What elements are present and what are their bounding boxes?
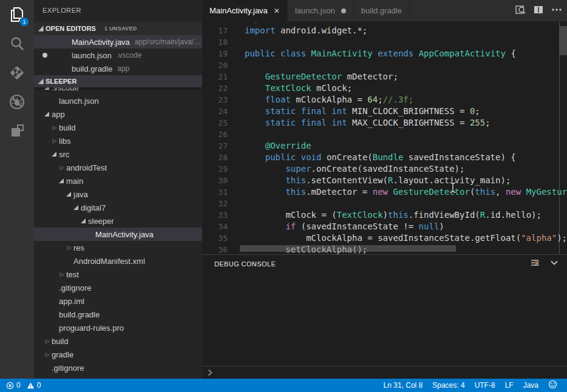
status-item[interactable]: Java [518, 379, 543, 392]
status-item[interactable]: Ln 31, Col 8 [379, 379, 428, 392]
split-editor-button[interactable] [532, 4, 545, 18]
tree-folder-main[interactable]: main [34, 174, 202, 188]
tree-item-label: java [73, 190, 88, 199]
status-item[interactable]: LF [500, 379, 518, 392]
tree-item-label: .gitignore [59, 283, 91, 292]
file-tree: .vscodelaunch.jsonapp▷build▷libssrc▷andr… [34, 87, 202, 379]
file-description: .vscode [117, 51, 141, 59]
open-editor-item[interactable]: launch.json.vscode [34, 49, 202, 62]
horizontal-scrollbar-thumb[interactable] [240, 245, 456, 252]
tree-folder-gradle[interactable]: ▷gradle [34, 348, 202, 361]
tree-item-label: MainActivity.java [95, 230, 154, 239]
status-item[interactable]: Spaces: 4 [427, 379, 469, 392]
tree-item-label: androidTest [66, 163, 107, 172]
tree-file-MainActivity.java[interactable]: MainActivity.java [34, 228, 202, 241]
tree-file-proguard-rules.pro[interactable]: proguard-rules.pro [34, 321, 202, 334]
horizontal-scrollbar[interactable] [240, 245, 559, 252]
mouse-cursor-ibeam-icon [449, 181, 457, 194]
debug-console-input[interactable] [202, 366, 567, 379]
code-editor[interactable]: 16import android.view.GestureDetector;17… [202, 21, 567, 254]
chevron-collapsed-icon: ▷ [59, 272, 65, 277]
warning-count: 0 [37, 381, 41, 390]
tree-file-app.iml[interactable]: app.iml [34, 294, 202, 308]
tree-folder-build[interactable]: ▷build [34, 334, 202, 348]
code-line-20: 20 [202, 59, 567, 71]
open-preview-icon [514, 4, 526, 18]
split-editor-icon [532, 4, 545, 18]
activity-bar-item-debug[interactable] [0, 87, 34, 117]
file-name: launch.json [72, 51, 112, 60]
close-icon[interactable]: ✕ [274, 7, 280, 15]
vertical-scrollbar[interactable] [559, 21, 567, 254]
status-item[interactable]: UTF-8 [470, 379, 500, 392]
chevron-collapsed-icon: ▷ [66, 245, 72, 251]
line-number: 19 [202, 48, 242, 59]
problems-status[interactable]: 0 0 [0, 381, 41, 390]
line-number: 28 [202, 152, 242, 163]
chevron-down-icon [549, 257, 560, 271]
code-line-17: 17import android.widget.*; [202, 25, 567, 36]
tab-build.gradle[interactable]: build.gradle [354, 0, 410, 21]
tab-launch.json[interactable]: launch.json [288, 0, 354, 21]
code-line-27: 27 @Override [202, 140, 567, 152]
tree-folder-digital7[interactable]: digital7 [34, 201, 202, 214]
code-text [242, 129, 245, 140]
open-preview-button[interactable] [514, 4, 527, 18]
more-actions-icon [551, 4, 563, 18]
tree-folder-java[interactable]: java [34, 188, 202, 201]
explorer-sidebar: EXPLORER OPEN EDITORS 1 UNSAVED MainActi… [34, 0, 202, 379]
code-text: TextClock mClock; [242, 83, 352, 94]
open-editors-header[interactable]: OPEN EDITORS 1 UNSAVED [34, 22, 202, 35]
tree-folder-src[interactable]: src [34, 147, 202, 161]
tab-MainActivity.java[interactable]: MainActivity.java✕ [202, 0, 288, 21]
tree-folder-test[interactable]: ▷test [34, 268, 202, 281]
error-circle-icon [6, 382, 14, 390]
code-text: public void onCreate(Bundle savedInstanc… [242, 152, 516, 163]
tree-item-label: test [66, 270, 79, 279]
clear-console-button[interactable] [528, 257, 542, 271]
code-text: @Override [242, 140, 311, 152]
tree-folder-androidTest[interactable]: ▷androidTest [34, 161, 202, 174]
error-count: 0 [16, 381, 21, 390]
panel-header: DEBUG CONSOLE [202, 255, 567, 273]
code-text: if (savedInstanceState != null) [242, 221, 444, 232]
chevron-down-button[interactable] [548, 257, 561, 271]
code-line-34: 34 if (savedInstanceState != null) [202, 221, 567, 232]
tree-item-label: build [52, 337, 68, 346]
workspace-root-header[interactable]: SLEEPER [34, 75, 202, 87]
tree-folder-.vscode[interactable]: .vscode [34, 87, 202, 94]
chevron-collapsed-icon: ▷ [52, 138, 58, 144]
feedback-smiley-button[interactable] [543, 379, 562, 392]
open-editor-item[interactable]: build.gradleapp [34, 62, 202, 75]
chevron-expanded-icon [38, 79, 44, 84]
code-text: import android.widget.*; [242, 25, 367, 36]
tree-file-.gitignore[interactable]: .gitignore [34, 281, 202, 294]
tree-folder-build[interactable]: ▷build [34, 121, 202, 134]
tree-item-label: digital7 [81, 203, 106, 212]
activity-bar-item-extensions[interactable] [0, 117, 34, 146]
tree-file-build.gradle[interactable]: build.gradle [34, 308, 202, 321]
tree-file-.gitignore[interactable]: .gitignore [34, 361, 202, 374]
tree-file-build.gradle[interactable]: build.gradle [34, 374, 202, 379]
line-number: 26 [202, 129, 242, 140]
tree-folder-libs[interactable]: ▷libs [34, 134, 202, 147]
more-actions-button[interactable] [550, 4, 563, 18]
tree-folder-res[interactable]: ▷res [34, 241, 202, 254]
tree-item-label: build.gradle [59, 310, 100, 319]
tree-item-label: launch.json [59, 96, 99, 106]
tree-file-AndroidManifest.xml[interactable]: AndroidManifest.xml [34, 254, 202, 268]
tree-file-launch.json[interactable]: launch.json [34, 94, 202, 107]
tab-label: launch.json [295, 6, 335, 15]
activity-bar-item-source-control[interactable] [0, 58, 34, 87]
tabs-container: MainActivity.java✕launch.jsonbuild.gradl… [202, 0, 410, 21]
tree-folder-app[interactable]: app [34, 107, 202, 121]
vertical-scrollbar-thumb[interactable] [560, 26, 567, 55]
activity-bar-item-explorer[interactable]: 1 [0, 0, 34, 29]
file-name: build.gradle [72, 64, 112, 73]
line-number: 20 [202, 59, 242, 71]
debug-icon [8, 93, 26, 111]
tree-folder-sleeper[interactable]: sleeper [34, 214, 202, 228]
activity-bar-item-search[interactable] [0, 29, 34, 58]
line-number: 21 [202, 71, 242, 83]
open-editor-item[interactable]: MainActivity.javaapp/src/main/java/digit… [34, 35, 202, 49]
